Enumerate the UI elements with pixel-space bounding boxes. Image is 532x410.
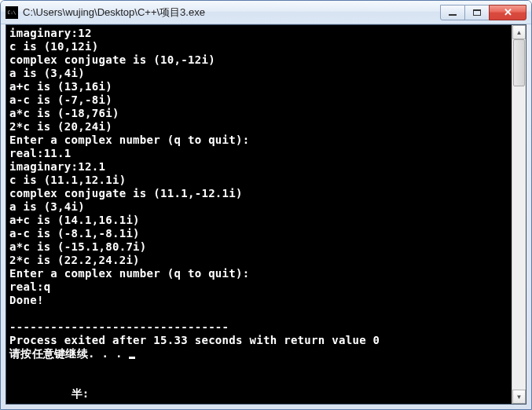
maximize-icon bbox=[473, 9, 481, 16]
minimize-button[interactable] bbox=[440, 5, 465, 20]
vertical-scrollbar[interactable]: ▲ ▼ bbox=[512, 25, 526, 404]
app-icon bbox=[6, 6, 18, 19]
window-controls: ✕ bbox=[441, 5, 526, 20]
titlebar[interactable]: C:\Users\wujing\Desktop\C++\项目3.exe ✕ bbox=[1, 1, 531, 24]
client-area: imaginary:12 c is (10,12i) complex conju… bbox=[6, 24, 526, 405]
console-window: C:\Users\wujing\Desktop\C++\项目3.exe ✕ im… bbox=[0, 0, 532, 410]
scroll-track[interactable] bbox=[512, 39, 526, 390]
scroll-up-button[interactable]: ▲ bbox=[512, 25, 526, 39]
maximize-button[interactable] bbox=[464, 5, 490, 20]
minimize-icon bbox=[449, 14, 457, 16]
console-output[interactable]: imaginary:12 c is (10,12i) complex conju… bbox=[6, 25, 512, 404]
close-button[interactable]: ✕ bbox=[489, 5, 526, 20]
scroll-down-button[interactable]: ▼ bbox=[512, 390, 526, 404]
close-icon: ✕ bbox=[504, 7, 512, 17]
window-title: C:\Users\wujing\Desktop\C++\项目3.exe bbox=[23, 5, 441, 20]
scroll-thumb[interactable] bbox=[513, 39, 525, 86]
